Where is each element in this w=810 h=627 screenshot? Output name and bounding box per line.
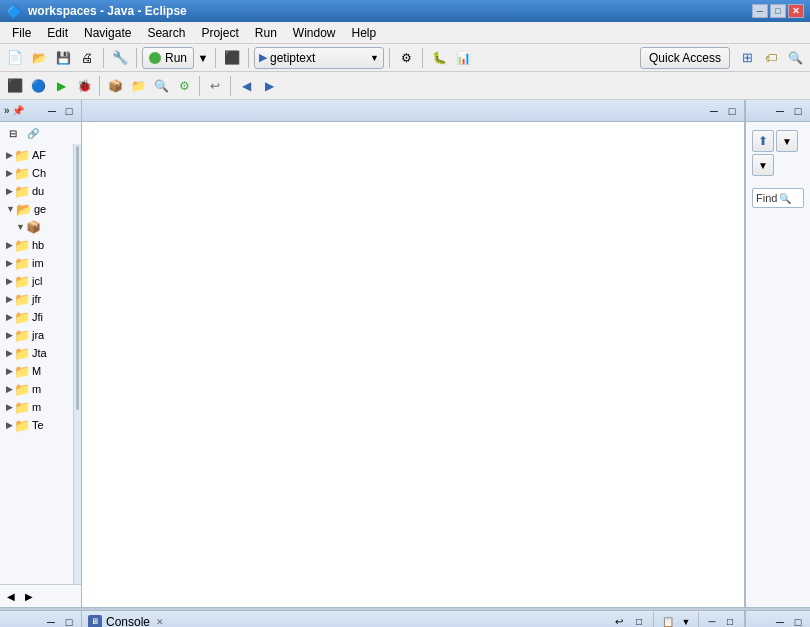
tb2-forward[interactable]: ▶ (258, 75, 280, 97)
perspective-button[interactable]: ⊞ (736, 47, 758, 69)
console-tb-btn2[interactable]: □ (630, 613, 648, 628)
console-minimize[interactable]: ─ (704, 614, 720, 628)
bottom-area: ─ □ 🖥 Console ✕ ↩ □ 📋 ▼ ─ □ (0, 611, 810, 627)
tb2-debug2[interactable]: 🐞 (73, 75, 95, 97)
console-tb-dropdown[interactable]: ▼ (679, 613, 693, 628)
right-panel-maximize[interactable]: □ (790, 103, 806, 119)
print-button[interactable]: 🖨 (76, 47, 98, 69)
sidebar: » 📌 ─ □ ⊟ 🔗 ▶ 📁 AF ▶ 📁 Ch (0, 100, 82, 607)
menu-file[interactable]: File (4, 24, 39, 42)
tree-item-AF[interactable]: ▶ 📁 AF (2, 146, 79, 164)
sep-t2-3 (230, 76, 231, 96)
tree-label-jcl: jcl (32, 275, 42, 287)
editor-area: ─ □ (82, 100, 745, 607)
stop-button[interactable]: ⬛ (221, 47, 243, 69)
console-close-button[interactable]: ✕ (154, 616, 166, 628)
open-button[interactable]: 📂 (28, 47, 50, 69)
right-panel-btn2[interactable]: ▼ (776, 130, 798, 152)
config-gear-button[interactable]: ⚙ (395, 47, 417, 69)
find-box[interactable]: Find 🔍 (752, 188, 804, 208)
run-config-dropdown[interactable]: ▶ getiptext ▼ (254, 47, 384, 69)
tb2-next-edit[interactable]: 🔵 (27, 75, 49, 97)
menu-run[interactable]: Run (247, 24, 285, 42)
menu-edit[interactable]: Edit (39, 24, 76, 42)
prev-edit-icon: ⬛ (7, 78, 23, 93)
right-panel-btn3[interactable]: ▼ (752, 154, 774, 176)
tb2-back[interactable]: ◀ (235, 75, 257, 97)
minimize-button[interactable]: ─ (752, 4, 768, 18)
expand-ge: ▼ (6, 204, 15, 214)
view-button1[interactable]: 🏷 (760, 47, 782, 69)
console-panel: 🖥 Console ✕ ↩ □ 📋 ▼ ─ □ No consoles to d… (82, 611, 745, 627)
link-editor-button[interactable]: 🔗 (24, 124, 42, 142)
bottom-right-minimize[interactable]: ─ (772, 614, 788, 628)
bottom-right-maximize[interactable]: □ (790, 614, 806, 628)
expand-jra: ▶ (6, 330, 13, 340)
menu-search[interactable]: Search (139, 24, 193, 42)
sidebar-maximize[interactable]: □ (61, 103, 77, 119)
tb2-pkg1[interactable]: 📦 (104, 75, 126, 97)
save-button[interactable]: 💾 (52, 47, 74, 69)
tree-item-Jfi[interactable]: ▶ 📁 Jfi (2, 308, 79, 326)
sidebar-prev-button[interactable]: ◀ (2, 587, 20, 605)
collapse-all-button[interactable]: ⊟ (4, 124, 22, 142)
title-bar-left: 🔷 workspaces - Java - Eclipse (6, 4, 187, 19)
tb2-pkg2[interactable]: 📁 (127, 75, 149, 97)
tree-item-im[interactable]: ▶ 📁 im (2, 254, 79, 272)
sidebar-minimize[interactable]: ─ (44, 103, 60, 119)
tree-item-M[interactable]: ▶ 📁 M (2, 362, 79, 380)
folder-icon-ge: 📂 (16, 201, 32, 217)
tree-item-Jta[interactable]: ▶ 📁 Jta (2, 344, 79, 362)
tree-item-jfr[interactable]: ▶ 📁 jfr (2, 290, 79, 308)
new-button[interactable]: 📄 (4, 47, 26, 69)
bottom-left-minimize[interactable]: ─ (43, 614, 59, 628)
close-button[interactable]: ✕ (788, 4, 804, 18)
view-button2[interactable]: 🔍 (784, 47, 806, 69)
toolbar2: ⬛ 🔵 ▶ 🐞 📦 📁 🔍 ⚙ ↩ ◀ ▶ (0, 72, 810, 100)
tb2-tool1[interactable]: ⚙ (173, 75, 195, 97)
tree-item-jra[interactable]: ▶ 📁 jra (2, 326, 79, 344)
editor-maximize[interactable]: □ (724, 103, 740, 119)
right-panel-minimize[interactable]: ─ (772, 103, 788, 119)
tree-item-m1[interactable]: ▶ 📁 m (2, 380, 79, 398)
next-edit-icon: 🔵 (31, 79, 46, 93)
sidebar-bottom-nav: ◀ ▶ (0, 584, 81, 607)
quick-access-button[interactable]: Quick Access (640, 47, 730, 69)
tree-item-m2[interactable]: ▶ 📁 m (2, 398, 79, 416)
search-icon: 🔍 (154, 79, 169, 93)
console-tb-btn3[interactable]: 📋 (659, 613, 677, 628)
tree-item-hb[interactable]: ▶ 📁 hb (2, 236, 79, 254)
profile-button[interactable]: 📊 (452, 47, 474, 69)
run-button[interactable]: Run (142, 47, 194, 69)
run2-icon: ▶ (57, 79, 66, 93)
run-dropdown-arrow[interactable]: ▼ (196, 47, 210, 69)
tb2-search[interactable]: 🔍 (150, 75, 172, 97)
sep4 (248, 48, 249, 68)
editor-minimize[interactable]: ─ (706, 103, 722, 119)
tree-item-ge[interactable]: ▼ 📂 ge (2, 200, 79, 218)
menu-help[interactable]: Help (344, 24, 385, 42)
right-icon3: ▼ (758, 160, 768, 171)
bottom-left-maximize[interactable]: □ (61, 614, 77, 628)
editor-content[interactable] (82, 122, 744, 607)
tools-button[interactable]: 🔧 (109, 47, 131, 69)
debug-button[interactable]: 🐛 (428, 47, 450, 69)
tree-item-ge-sub[interactable]: ▼ 📦 (2, 218, 79, 236)
tree-item-jcl[interactable]: ▶ 📁 jcl (2, 272, 79, 290)
console-maximize[interactable]: □ (722, 614, 738, 628)
sidebar-next-button[interactable]: ▶ (20, 587, 38, 605)
menu-navigate[interactable]: Navigate (76, 24, 139, 42)
sidebar-scrollbar[interactable] (73, 144, 81, 584)
menu-window[interactable]: Window (285, 24, 344, 42)
menu-project[interactable]: Project (193, 24, 246, 42)
tree-item-Ch[interactable]: ▶ 📁 Ch (2, 164, 79, 182)
bottom-right-panel: ─ □ » 📋 🔧 (745, 611, 810, 627)
maximize-button[interactable]: □ (770, 4, 786, 18)
tree-item-Te[interactable]: ▶ 📁 Te (2, 416, 79, 434)
tb2-run2[interactable]: ▶ (50, 75, 72, 97)
tb2-prev-edit[interactable]: ⬛ (4, 75, 26, 97)
tree-item-du[interactable]: ▶ 📁 du (2, 182, 79, 200)
right-panel-btn1[interactable]: ⬆ (752, 130, 774, 152)
console-tb-btn1[interactable]: ↩ (610, 613, 628, 628)
tb2-nav1[interactable]: ↩ (204, 75, 226, 97)
